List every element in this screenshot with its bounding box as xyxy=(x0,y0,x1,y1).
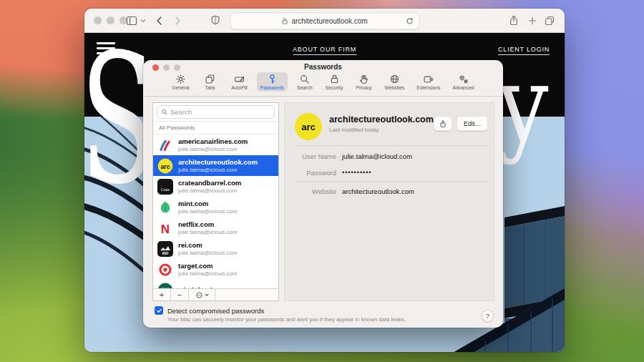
detect-compromised-description: Your Mac can securely monitor your passw… xyxy=(167,316,406,323)
search-icon xyxy=(299,74,310,84)
gear-icon xyxy=(175,74,186,84)
password-list: americanairlines.com julie.talma@icloud.… xyxy=(153,134,278,289)
username-field-value[interactable]: julie.talma@icloud.com xyxy=(342,153,412,160)
password-row-mint[interactable]: mint.com julie.talma@icloud.com xyxy=(153,197,278,217)
password-detail-pane: arc architectureoutlook.com Last modifie… xyxy=(284,102,494,301)
password-row-crateandbarrel[interactable]: Crate crateandbarrel.com julie.talma@icl… xyxy=(153,176,278,197)
tab-websites[interactable]: Websites xyxy=(381,72,408,92)
tab-privacy[interactable]: Privacy xyxy=(351,72,376,92)
tab-tabs[interactable]: Tabs xyxy=(198,72,223,92)
passwords-preferences-dialog: Passwords General Tabs AutoFill Password… xyxy=(143,60,503,328)
row-email: julie.talma@icloud.com xyxy=(178,250,237,257)
password-row-target[interactable]: target.com julie.talma@icloud.com xyxy=(153,259,278,280)
divider xyxy=(295,145,488,146)
tab-autofill[interactable]: AutoFill xyxy=(228,72,252,92)
username-field-label: User Name xyxy=(285,153,336,160)
browser-toolbar: architectureoutlook.com xyxy=(84,9,565,33)
row-domain: americanairlines.com xyxy=(178,137,248,146)
row-email: julie.talma@icloud.com xyxy=(178,167,258,174)
key-icon xyxy=(267,74,278,84)
edit-button[interactable]: Edit… xyxy=(457,116,488,131)
chevron-down-icon[interactable] xyxy=(140,9,146,32)
password-row-americanairlines[interactable]: americanairlines.com julie.talma@icloud.… xyxy=(153,134,278,155)
more-options-button[interactable] xyxy=(189,289,215,300)
add-password-button[interactable]: + xyxy=(153,289,171,300)
hand-icon xyxy=(358,74,369,84)
tab-passwords[interactable]: Passwords xyxy=(257,72,288,92)
row-domain: netflix.com xyxy=(178,220,237,229)
desktop: architectureoutlook.com xyxy=(0,0,644,362)
rei-logo-icon: REI xyxy=(157,241,173,257)
address-url: architectureoutlook.com xyxy=(291,17,367,25)
lock-icon xyxy=(281,17,288,25)
dialog-footer: Detect compromised passwords Your Mac ca… xyxy=(143,301,503,328)
website-field-value[interactable]: architectureoutlook.com xyxy=(342,188,414,195)
lock-icon xyxy=(329,74,340,84)
preferences-tab-bar: General Tabs AutoFill Passwords Search S… xyxy=(143,72,503,97)
help-button[interactable]: ? xyxy=(482,310,494,322)
password-field-value[interactable]: •••••••••• xyxy=(342,170,372,177)
nav-client-login-link[interactable]: CLIENT LOGIN xyxy=(498,46,550,55)
share-icon[interactable] xyxy=(509,9,519,32)
globe-icon xyxy=(389,74,400,84)
address-bar[interactable]: architectureoutlook.com xyxy=(230,13,419,29)
password-row-architectureoutlook[interactable]: arc architectureoutlook.com julie.talma@… xyxy=(153,155,278,176)
svg-text:REI: REI xyxy=(162,250,169,255)
passwords-sidebar: Search All Passwords americanairlines.co… xyxy=(152,102,279,301)
americanairlines-logo-icon xyxy=(157,137,173,153)
row-email: julie.talma@icloud.com xyxy=(178,146,248,153)
search-input[interactable]: Search xyxy=(157,105,275,119)
row-domain: crateandbarrel.com xyxy=(178,179,241,187)
all-passwords-section-label: All Passwords xyxy=(153,122,278,134)
tab-extensions[interactable]: Extensions xyxy=(413,72,444,92)
password-row-netflix[interactable]: N netflix.com julie.talma@icloud.com xyxy=(153,217,278,238)
tab-overview-icon[interactable] xyxy=(545,9,555,32)
remove-password-button[interactable]: − xyxy=(171,289,189,300)
search-row: Search xyxy=(153,103,278,122)
row-domain: target.com xyxy=(178,262,237,270)
close-window-button[interactable] xyxy=(94,16,102,24)
detail-last-modified: Last modified today xyxy=(329,127,434,133)
dialog-title: Passwords xyxy=(143,63,503,71)
nav-about-link[interactable]: ABOUT OUR FIRM xyxy=(293,46,356,55)
row-domain: rei.com xyxy=(178,241,237,250)
tab-advanced[interactable]: Advanced xyxy=(449,72,477,92)
tab-general[interactable]: General xyxy=(168,72,192,92)
ellipsis-circle-icon xyxy=(195,291,203,299)
extension-icon xyxy=(423,74,434,84)
search-icon xyxy=(161,109,167,115)
detail-header: arc architectureoutlook.com Last modifie… xyxy=(295,113,488,140)
shield-icon[interactable] xyxy=(210,9,220,32)
password-row-rei[interactable]: REI rei.com julie.talma@icloud.com xyxy=(153,238,278,259)
back-button[interactable] xyxy=(155,9,164,32)
netflix-logo-icon: N xyxy=(157,220,173,236)
new-tab-plus-icon[interactable] xyxy=(528,9,537,32)
minimize-window-button[interactable] xyxy=(107,16,114,24)
architectureoutlook-logo-icon: arc xyxy=(157,158,173,174)
row-email: julie.talma@icloud.com xyxy=(178,187,241,195)
row-domain: mint.com xyxy=(178,200,237,208)
row-email: julie.talma@icloud.com xyxy=(178,229,237,236)
target-logo-icon xyxy=(157,262,173,278)
divider xyxy=(295,181,488,182)
svg-text:N: N xyxy=(161,222,170,235)
detect-compromised-checkbox[interactable] xyxy=(155,306,163,315)
hamburger-menu-icon[interactable] xyxy=(97,42,115,57)
site-logo-arc: arc xyxy=(295,113,322,140)
website-field-label: Website xyxy=(285,188,336,195)
sidebar-icon[interactable] xyxy=(126,9,137,32)
tab-security[interactable]: Security xyxy=(322,72,347,92)
tab-search[interactable]: Search xyxy=(293,72,317,92)
forward-button[interactable] xyxy=(173,9,182,32)
refresh-icon[interactable] xyxy=(406,17,414,25)
row-email: julie.talma@icloud.com xyxy=(178,208,237,215)
svg-text:Crate: Crate xyxy=(161,187,170,192)
svg-text:arc: arc xyxy=(161,162,170,170)
row-domain: architectureoutlook.com xyxy=(178,158,258,167)
detail-site-title: architectureoutlook.com xyxy=(329,114,434,124)
detect-compromised-label: Detect compromised passwords xyxy=(167,307,264,315)
share-icon xyxy=(439,119,447,128)
share-password-button[interactable] xyxy=(434,116,453,131)
crateandbarrel-logo-icon: Crate xyxy=(157,179,173,195)
chevron-down-icon xyxy=(205,293,209,297)
